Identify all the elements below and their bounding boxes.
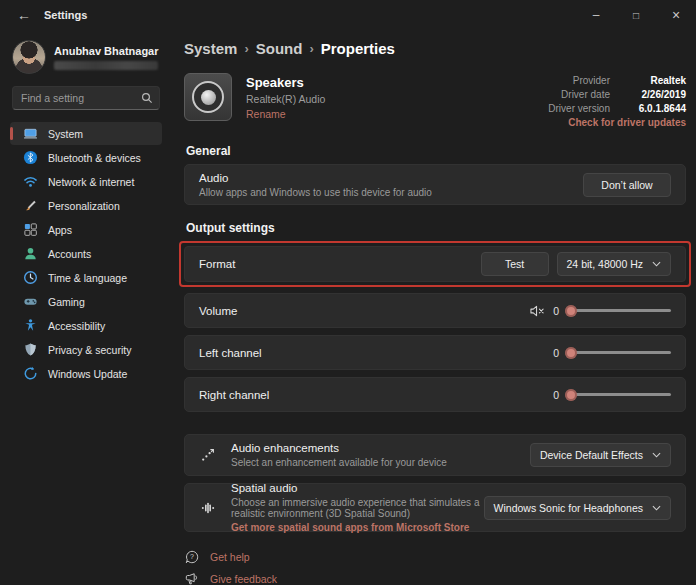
give-feedback-link[interactable]: Give feedback: [184, 572, 686, 585]
format-card: Format Test 24 bit, 48000 Hz: [184, 246, 686, 282]
bluetooth-icon: [22, 150, 38, 166]
right-channel-slider[interactable]: [567, 393, 671, 396]
right-channel-label: Right channel: [199, 389, 269, 401]
left-channel-slider[interactable]: [567, 351, 671, 354]
driver-value: Realtek: [624, 75, 686, 86]
sidebar-item-personalization[interactable]: Personalization: [10, 194, 162, 217]
driver-value: 2/26/2019: [624, 89, 686, 100]
check-driver-updates-link[interactable]: Check for driver updates: [548, 117, 686, 128]
driver-info: Provider Realtek Driver date 2/26/2019 D…: [548, 73, 686, 128]
feedback-megaphone-icon: [184, 572, 200, 585]
sidebar-item-bluetooth-devices[interactable]: Bluetooth & devices: [10, 146, 162, 169]
spatial-value: Windows Sonic for Headphones: [494, 502, 643, 514]
sidebar-item-apps[interactable]: Apps: [10, 218, 162, 241]
left-channel-label: Left channel: [199, 347, 262, 359]
chevron-down-icon: [652, 261, 661, 267]
maximize-icon[interactable]: □: [616, 0, 656, 30]
general-heading: General: [186, 144, 686, 158]
enhancements-dropdown[interactable]: Device Default Effects: [530, 443, 671, 467]
app-title: Settings: [44, 9, 87, 21]
sidebar-item-time-language[interactable]: Time & language: [10, 266, 162, 289]
audio-subtitle: Allow apps and Windows to use this devic…: [199, 187, 432, 198]
breadcrumb-properties: Properties: [321, 40, 395, 57]
update-icon: [22, 366, 38, 382]
wifi-icon: [22, 174, 38, 190]
left-channel-card: Left channel 0: [184, 335, 686, 370]
main-content: System › Sound › Properties Speakers Rea…: [170, 30, 696, 585]
user-email-redacted: [54, 61, 158, 70]
speaker-device-icon: [184, 73, 232, 121]
sidebar-nav: System Bluetooth & devices Network & int…: [10, 122, 162, 385]
sidebar-item-accounts[interactable]: Accounts: [10, 242, 162, 265]
driver-label: Driver version: [548, 103, 610, 114]
format-label: Format: [199, 258, 235, 270]
paintbrush-icon: [22, 198, 38, 214]
test-button[interactable]: Test: [481, 252, 549, 276]
chevron-down-icon: [652, 505, 661, 511]
breadcrumb: System › Sound › Properties: [184, 40, 686, 57]
get-help-label: Get help: [210, 551, 250, 563]
right-channel-value: 0: [553, 389, 559, 401]
device-name: Speakers: [246, 75, 325, 90]
breadcrumb-sound[interactable]: Sound: [256, 40, 303, 57]
sidebar-item-label: Time & language: [48, 272, 127, 284]
enhancements-value: Device Default Effects: [540, 449, 643, 461]
dont-allow-button[interactable]: Don’t allow: [583, 173, 671, 197]
volume-value: 0: [553, 305, 559, 317]
format-dropdown[interactable]: 24 bit, 48000 Hz: [557, 252, 671, 276]
sidebar-item-system[interactable]: System: [10, 122, 162, 145]
audio-permission-card: Audio Allow apps and Windows to use this…: [184, 164, 686, 205]
breadcrumb-system[interactable]: System: [184, 40, 237, 57]
apps-icon: [22, 222, 38, 238]
spatial-dropdown[interactable]: Windows Sonic for Headphones: [484, 496, 671, 520]
spatial-title: Spatial audio: [231, 482, 484, 494]
driver-version-row: Driver version 6.0.1.8644: [548, 103, 686, 114]
breadcrumb-separator: ›: [244, 41, 248, 56]
search-input[interactable]: [21, 92, 141, 104]
help-icon: ?: [184, 550, 200, 564]
window-controls: – □ ×: [576, 0, 696, 30]
sidebar-item-windows-update[interactable]: Windows Update: [10, 362, 162, 385]
search-box[interactable]: [12, 86, 160, 110]
spatial-subtitle: Choose an immersive audio experience tha…: [231, 497, 484, 519]
sidebar-item-privacy-security[interactable]: Privacy & security: [10, 338, 162, 361]
get-help-link[interactable]: ? Get help: [184, 550, 686, 564]
mute-icon[interactable]: [530, 305, 545, 317]
rename-link[interactable]: Rename: [246, 108, 325, 120]
back-icon[interactable]: ←: [12, 4, 36, 26]
breadcrumb-separator: ›: [309, 41, 313, 56]
sidebar-item-gaming[interactable]: Gaming: [10, 290, 162, 313]
sidebar-item-network-internet[interactable]: Network & internet: [10, 170, 162, 193]
sidebar-item-label: Bluetooth & devices: [48, 152, 141, 164]
right-channel-slider-thumb[interactable]: [565, 389, 577, 401]
enhancements-icon: [199, 447, 217, 463]
output-settings-heading: Output settings: [186, 221, 686, 235]
sidebar-item-label: Apps: [48, 224, 72, 236]
sidebar-item-label: Network & internet: [48, 176, 134, 188]
footer-links: ? Get help Give feedback: [184, 550, 686, 585]
spatial-audio-card: Spatial audio Choose an immersive audio …: [184, 483, 686, 532]
format-value: 24 bit, 48000 Hz: [567, 258, 643, 270]
minimize-icon[interactable]: –: [576, 0, 616, 30]
spatial-store-link[interactable]: Get more spatial sound apps from Microso…: [231, 522, 484, 533]
driver-provider-row: Provider Realtek: [548, 75, 686, 86]
give-feedback-label: Give feedback: [210, 573, 277, 585]
chevron-down-icon: [652, 452, 661, 458]
driver-date-row: Driver date 2/26/2019: [548, 89, 686, 100]
close-icon[interactable]: ×: [656, 0, 696, 30]
sidebar-item-label: Personalization: [48, 200, 120, 212]
person-icon: [22, 246, 38, 262]
sidebar-item-accessibility[interactable]: Accessibility: [10, 314, 162, 337]
volume-slider-thumb[interactable]: [565, 305, 577, 317]
user-name: Anubhav Bhatnagar: [54, 45, 159, 57]
sidebar-item-label: Privacy & security: [48, 344, 131, 356]
sidebar-item-label: System: [48, 128, 83, 140]
volume-card: Volume 0: [184, 293, 686, 328]
left-channel-value: 0: [553, 347, 559, 359]
user-profile[interactable]: Anubhav Bhatnagar: [12, 40, 160, 74]
volume-slider[interactable]: [567, 309, 671, 312]
left-channel-slider-thumb[interactable]: [565, 347, 577, 359]
right-channel-card: Right channel 0: [184, 377, 686, 412]
titlebar: ← Settings – □ ×: [0, 0, 696, 30]
driver-value: 6.0.1.8644: [624, 103, 686, 114]
